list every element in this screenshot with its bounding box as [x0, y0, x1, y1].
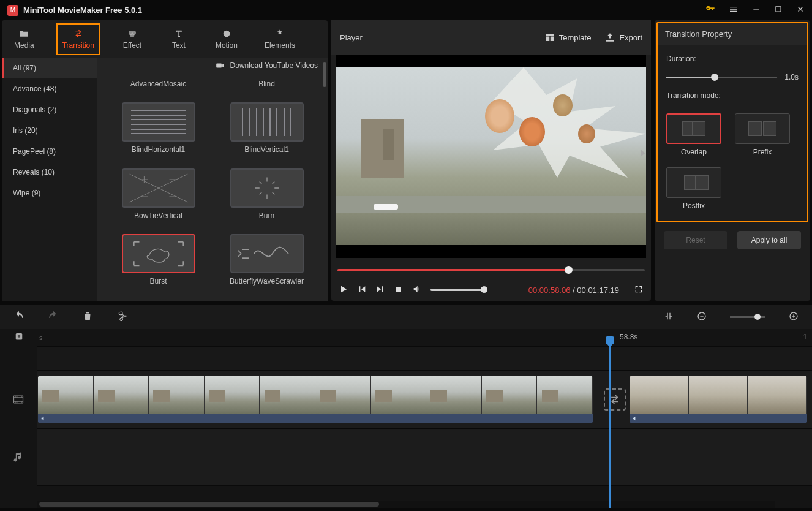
tab-label: Transition [62, 41, 94, 50]
transition-item[interactable]: AdvancedMosaic [110, 72, 207, 99]
svg-line-9 [259, 181, 261, 184]
transition-item[interactable]: BowTieVertical [110, 168, 207, 230]
zoom-slider[interactable] [730, 316, 765, 318]
apply-all-button[interactable]: Apply to all [737, 231, 801, 249]
redo-icon[interactable] [48, 311, 59, 324]
duration-label: Duration: [666, 55, 799, 63]
playhead[interactable] [609, 338, 611, 508]
fit-icon[interactable] [664, 311, 674, 323]
player-title: Player [340, 33, 531, 42]
tab-label: Elements [265, 41, 295, 50]
tab-effect[interactable]: Effect [118, 23, 147, 55]
title-bar: M MiniTool MovieMaker Free 5.0.1 [0, 0, 812, 20]
timeline-ruler[interactable]: s 58.8s 1 [0, 329, 812, 346]
minimize-icon[interactable] [752, 5, 761, 15]
time-display: 00:00:58.06 / 00:01:17.19 [528, 286, 619, 295]
download-youtube-link[interactable]: Download YouTube Videos [97, 58, 328, 72]
playhead-time: 58.8s [620, 333, 637, 341]
add-marker-icon[interactable] [13, 331, 24, 344]
mode-postfix[interactable] [666, 167, 721, 198]
undo-icon[interactable] [13, 311, 24, 324]
svg-line-11 [259, 192, 261, 195]
tab-media[interactable]: Media [9, 23, 39, 55]
tab-label: Text [172, 41, 186, 50]
mode-overlap[interactable] [666, 113, 721, 144]
library-tabs: Media Transition Effect Text Motion Elem… [2, 20, 328, 58]
timeline-toolbar [0, 305, 812, 329]
tab-label: Effect [123, 41, 141, 50]
player-panel: Player Template Export [331, 20, 651, 301]
category-item-wipe[interactable]: Wipe (9) [2, 183, 97, 203]
app-title: MiniTool MovieMaker Free 5.0.1 [23, 6, 705, 15]
library-panel: Media Transition Effect Text Motion Elem… [2, 20, 328, 301]
seek-bar[interactable] [337, 265, 645, 276]
svg-line-10 [272, 192, 274, 195]
menu-icon[interactable] [729, 4, 739, 16]
svg-rect-4 [216, 64, 222, 68]
tab-transition[interactable]: Transition [56, 23, 100, 55]
stop-icon[interactable] [394, 284, 404, 296]
property-panel: Transition Property Duration: 1.0s Trans… [655, 20, 810, 301]
app-logo: M [7, 5, 18, 16]
category-item-pagepeel[interactable]: PagePeel (8) [2, 141, 97, 162]
audio-track-icon [0, 428, 37, 486]
svg-rect-17 [14, 396, 23, 403]
upgrade-key-icon[interactable] [705, 4, 715, 16]
transition-item[interactable]: Burn [218, 168, 315, 230]
video-clip[interactable] [38, 376, 593, 423]
mode-prefix[interactable] [735, 113, 790, 144]
close-icon[interactable] [796, 5, 805, 15]
tab-label: Motion [216, 41, 238, 50]
svg-rect-13 [396, 287, 401, 292]
template-button[interactable]: Template [544, 32, 592, 43]
video-preview[interactable] [336, 55, 646, 258]
mode-label: Transition mode: [666, 91, 799, 100]
tab-elements[interactable]: Elements [260, 23, 300, 55]
timeline: s 58.8s 1 [0, 329, 812, 508]
category-item-iris[interactable]: Iris (20) [2, 120, 97, 141]
tab-motion[interactable]: Motion [211, 23, 242, 55]
transition-item[interactable]: Burst [110, 234, 207, 296]
category-item-advance[interactable]: Advance (48) [2, 78, 97, 99]
reset-button[interactable]: Reset [664, 231, 727, 249]
timeline-scrollbar[interactable] [37, 501, 775, 508]
next-arrow-icon[interactable] [637, 148, 648, 165]
transition-item[interactable]: BlindHorizontal1 [110, 102, 207, 164]
grid-scrollbar[interactable] [323, 62, 326, 87]
player-controls: 00:00:58.06 / 00:01:17.19 [331, 279, 651, 301]
zoom-out-icon[interactable] [697, 311, 707, 323]
zoom-in-icon[interactable] [789, 311, 799, 323]
transition-grid: Download YouTube Videos AdvancedMosaic B… [97, 58, 328, 301]
duration-slider[interactable] [666, 77, 777, 78]
maximize-icon[interactable] [774, 5, 783, 15]
category-item-reveals[interactable]: Reveals (10) [2, 162, 97, 183]
svg-point-3 [224, 30, 230, 37]
duration-value: 1.0s [784, 73, 799, 81]
transition-item[interactable]: ButterflyWaveScrawler [218, 234, 315, 296]
category-item-all[interactable]: All (97) [2, 58, 97, 78]
video-track-icon [0, 371, 37, 428]
property-title: Transition Property [658, 23, 807, 45]
video-clip[interactable] [630, 376, 807, 423]
play-icon[interactable] [339, 284, 348, 296]
export-button[interactable]: Export [604, 32, 642, 43]
tab-label: Media [14, 41, 34, 50]
video-track[interactable] [37, 371, 812, 428]
transition-marker[interactable] [604, 388, 626, 411]
category-list: All (97) Advance (48) Diagonals (2) Iris… [2, 58, 97, 301]
fullscreen-icon[interactable] [634, 284, 644, 296]
audio-track[interactable] [37, 428, 812, 486]
tab-text[interactable]: Text [164, 23, 194, 55]
volume-icon[interactable] [412, 284, 422, 296]
delete-icon[interactable] [82, 311, 93, 324]
svg-line-12 [272, 181, 274, 184]
next-frame-icon[interactable] [375, 284, 385, 296]
transition-item[interactable]: BlindVertical1 [218, 102, 315, 164]
category-item-diagonals[interactable]: Diagonals (2) [2, 99, 97, 120]
volume-slider[interactable] [430, 289, 484, 291]
split-icon[interactable] [116, 311, 127, 324]
svg-point-2 [130, 33, 135, 37]
prev-frame-icon[interactable] [357, 284, 367, 296]
transition-item[interactable]: Blind [218, 72, 315, 99]
